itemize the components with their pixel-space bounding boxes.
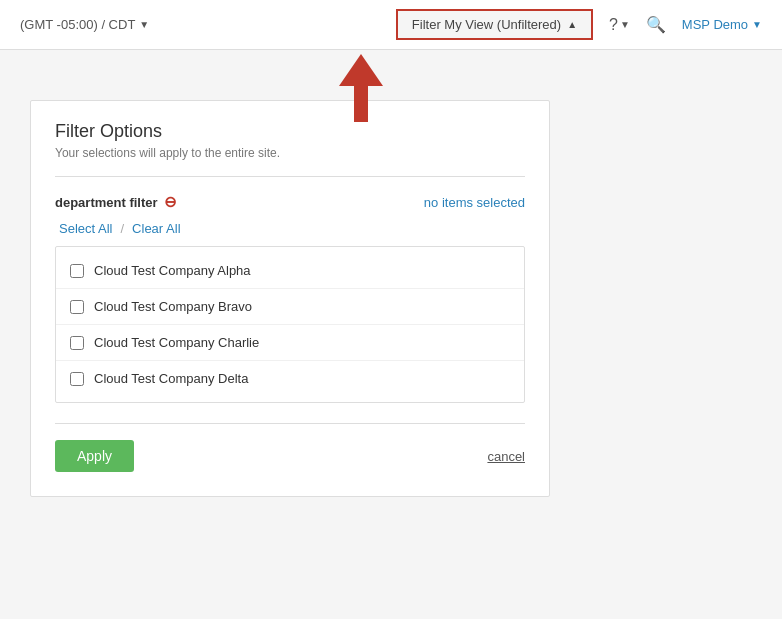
- filter-bottom-divider: [55, 423, 525, 424]
- action-row: Apply cancel: [55, 440, 525, 472]
- filter-button-label: Filter My View (Unfiltered): [412, 17, 561, 32]
- dept-filter-text: department filter: [55, 195, 158, 210]
- filter-subtitle: Your selections will apply to the entire…: [55, 146, 525, 160]
- user-menu[interactable]: MSP Demo ▼: [682, 17, 762, 32]
- clear-all-button[interactable]: Clear All: [132, 221, 180, 236]
- company-charlie-label: Cloud Test Company Charlie: [94, 335, 259, 350]
- dept-filter-label: department filter ⊖: [55, 193, 177, 211]
- help-icon[interactable]: ? ▼: [609, 16, 630, 34]
- apply-button[interactable]: Apply: [55, 440, 134, 472]
- select-clear-row: Select All / Clear All: [55, 221, 525, 236]
- user-caret-icon: ▼: [752, 19, 762, 30]
- timezone-caret-icon[interactable]: [139, 19, 149, 30]
- list-item: Cloud Test Company Charlie: [56, 325, 524, 361]
- main-content: Filter Options Your selections will appl…: [0, 50, 782, 619]
- filter-caret-up-icon: ▲: [567, 19, 577, 30]
- topbar: (GMT -05:00) / CDT Filter My View (Unfil…: [0, 0, 782, 50]
- select-all-button[interactable]: Select All: [59, 221, 112, 236]
- cancel-link[interactable]: cancel: [487, 449, 525, 464]
- company-delta-label: Cloud Test Company Delta: [94, 371, 248, 386]
- no-items-selected-label: no items selected: [424, 195, 525, 210]
- company-alpha-label: Cloud Test Company Alpha: [94, 263, 251, 278]
- topbar-right: ? ▼ 🔍 MSP Demo ▼: [609, 15, 762, 34]
- list-item: Cloud Test Company Alpha: [56, 253, 524, 289]
- dept-filter-row: department filter ⊖ no items selected: [55, 193, 525, 211]
- company-alpha-checkbox[interactable]: [70, 264, 84, 278]
- company-bravo-label: Cloud Test Company Bravo: [94, 299, 252, 314]
- company-delta-checkbox[interactable]: [70, 372, 84, 386]
- filter-top-divider: [55, 176, 525, 177]
- filter-title: Filter Options: [55, 121, 525, 142]
- user-label: MSP Demo: [682, 17, 748, 32]
- divider-slash: /: [120, 221, 124, 236]
- filter-panel: Filter Options Your selections will appl…: [30, 100, 550, 497]
- search-icon[interactable]: 🔍: [646, 15, 666, 34]
- topbar-left: (GMT -05:00) / CDT: [20, 17, 149, 32]
- remove-filter-icon[interactable]: ⊖: [164, 193, 177, 211]
- company-charlie-checkbox[interactable]: [70, 336, 84, 350]
- timezone-label: (GMT -05:00) / CDT: [20, 17, 135, 32]
- filter-my-view-button[interactable]: Filter My View (Unfiltered) ▲: [396, 9, 593, 40]
- company-checkbox-list: Cloud Test Company Alpha Cloud Test Comp…: [55, 246, 525, 403]
- list-item: Cloud Test Company Delta: [56, 361, 524, 396]
- list-item: Cloud Test Company Bravo: [56, 289, 524, 325]
- company-bravo-checkbox[interactable]: [70, 300, 84, 314]
